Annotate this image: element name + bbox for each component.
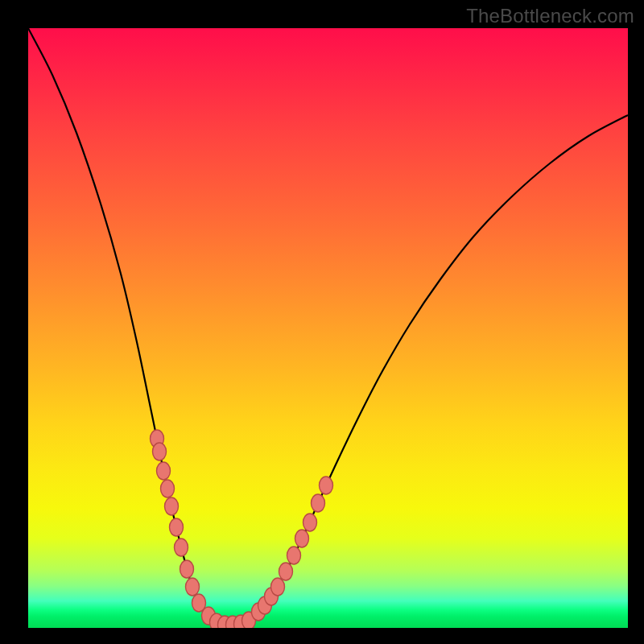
data-dot [153,443,167,460]
curve-layer [28,28,628,628]
data-dot [157,462,171,480]
data-dot [279,563,293,580]
data-dots [151,430,333,628]
data-dot [287,547,301,564]
data-dot [175,539,188,556]
plot-area [28,28,628,628]
chart-frame: TheBottleneck.com [0,0,644,644]
watermark-text: TheBottleneck.com [466,5,634,27]
data-dot [161,480,175,497]
data-dot [180,560,194,578]
bottleneck-curve [28,28,628,625]
data-dot [186,578,200,596]
data-dot [303,514,317,531]
data-dot [170,518,184,536]
data-dot [295,530,309,547]
data-dot [312,494,325,512]
data-dot [271,578,285,596]
data-dot [165,497,179,515]
data-dot [320,477,333,494]
